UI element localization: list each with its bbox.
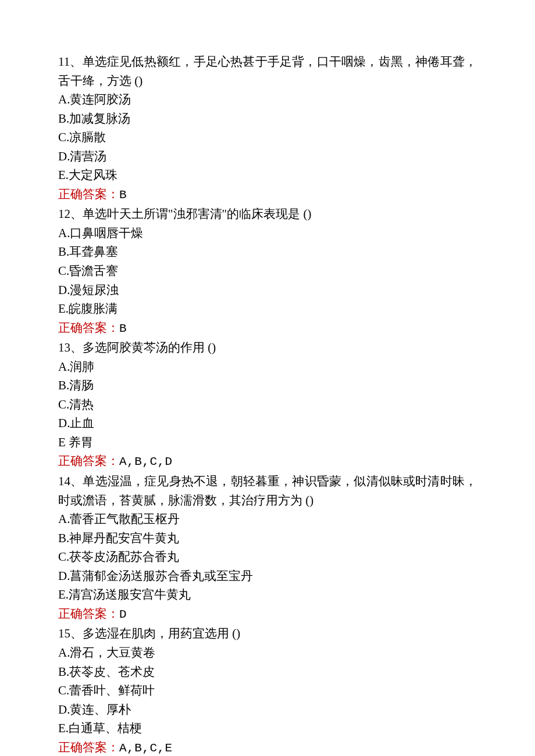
option-e: E.白通草、桔梗 <box>58 719 477 738</box>
question-stem: 15、多选湿在肌肉，用药宜选用 () <box>58 624 477 643</box>
question-stem: 13、多选阿胶黄芩汤的作用 () <box>58 338 477 357</box>
question-text: 阿胶黄芩汤的作用 () <box>107 341 216 354</box>
option-a: A.滑石，大豆黄卷 <box>58 643 477 662</box>
document-page: 11、单选症见低热额红，手足心热甚于手足背，口干咽燥，齿黑，神倦耳聋，舌干绛，方… <box>0 0 535 756</box>
option-a: A.润肺 <box>58 357 477 377</box>
question-block: 14、单选湿温，症见身热不退，朝轻暮重，神识昏蒙，似清似昧或时清时昧，时或澹语，… <box>58 472 477 624</box>
question-type: 单选 <box>83 55 107 69</box>
answer-value: D <box>119 608 127 621</box>
answer-line: 正确答案：D <box>58 604 477 625</box>
option-b: B.神犀丹配安宫牛黄丸 <box>58 529 477 548</box>
question-type: 多选 <box>83 341 107 354</box>
option-c: C.茯苓皮汤配苏合香丸 <box>58 547 477 567</box>
question-type: 多选 <box>83 626 107 640</box>
question-type: 单选 <box>83 207 107 221</box>
question-text: 叶天土所谓"浊邪害清"的临床表现是 () <box>107 207 311 221</box>
question-block: 11、单选症见低热额红，手足心热甚于手足背，口干咽燥，齿黑，神倦耳聋，舌干绛，方… <box>58 52 477 205</box>
question-stem: 11、单选症见低热额红，手足心热甚于手足背，口干咽燥，齿黑，神倦耳聋，舌干绛，方… <box>58 52 477 90</box>
option-e: E.大定风珠 <box>58 166 477 185</box>
option-a: A.黄连阿胶汤 <box>58 90 477 109</box>
answer-value: B <box>119 322 127 335</box>
answer-label: 正确答案： <box>58 454 119 468</box>
option-e: E.皖腹胀满 <box>58 299 477 318</box>
question-text: 湿温，症见身热不退，朝轻暮重，神识昏蒙，似清似昧或时清时昧，时或澹语，苔黄腻，脉… <box>58 474 477 507</box>
option-c: C.昏澹舌謇 <box>58 261 477 281</box>
option-d: D.黄连、厚朴 <box>58 700 477 719</box>
question-block: 13、多选阿胶黄芩汤的作用 () A.润肺 B.清肠 C.清热 D.止血 E 养… <box>58 338 477 472</box>
question-stem: 12、单选叶天土所谓"浊邪害清"的临床表现是 () <box>58 205 477 224</box>
question-number: 13 <box>58 341 70 354</box>
answer-line: 正确答案：A,B,C,D <box>58 452 477 472</box>
question-text: 症见低热额红，手足心热甚于手足背，口干咽燥，齿黑，神倦耳聋，舌干绛，方选 () <box>58 55 477 88</box>
option-c: C.蕾香叶、鲜荷叶 <box>58 681 477 700</box>
answer-value: B <box>119 188 127 202</box>
question-block: 15、多选湿在肌肉，用药宜选用 () A.滑石，大豆黄卷 B.茯苓皮、苍术皮 C… <box>58 624 477 756</box>
question-number: 11 <box>58 55 70 69</box>
option-d: D.清营汤 <box>58 147 477 166</box>
answer-value: A,B,C,D <box>119 455 173 468</box>
question-stem: 14、单选湿温，症见身热不退，朝轻暮重，神识昏蒙，似清似昧或时清时昧，时或澹语，… <box>58 472 477 510</box>
option-d: D.止血 <box>58 414 477 433</box>
option-b: B.耳聋鼻塞 <box>58 242 477 261</box>
option-c: C.清热 <box>58 395 477 414</box>
question-number: 14 <box>58 474 70 488</box>
answer-label: 正确答案： <box>58 321 119 335</box>
answer-label: 正确答案： <box>58 607 119 621</box>
question-number: 12 <box>58 207 70 221</box>
option-a: A.蕾香正气散配玉枢丹 <box>58 510 477 529</box>
option-b: B.清肠 <box>58 376 477 395</box>
option-a: A.口鼻咽唇干燥 <box>58 224 477 243</box>
option-d: D.漫短尿浊 <box>58 281 477 300</box>
answer-line: 正确答案：B <box>58 318 477 339</box>
question-number: 15 <box>58 626 70 640</box>
answer-label: 正确答案： <box>58 740 119 754</box>
option-b: B.茯苓皮、苍术皮 <box>58 662 477 682</box>
option-b: B.加减复脉汤 <box>58 109 477 128</box>
option-e: E 养胃 <box>58 433 477 452</box>
answer-line: 正确答案：B <box>58 185 477 205</box>
answer-label: 正确答案： <box>58 187 119 201</box>
question-type: 单选 <box>83 474 107 488</box>
question-block: 12、单选叶天土所谓"浊邪害清"的临床表现是 () A.口鼻咽唇干燥 B.耳聋鼻… <box>58 205 477 338</box>
option-d: D.菖蒲郁金汤送服苏合香丸或至宝丹 <box>58 567 477 586</box>
answer-value: A,B,C,E <box>119 741 173 755</box>
option-c: C.凉膈散 <box>58 128 477 147</box>
option-e: E.清宫汤送服安宫牛黄丸 <box>58 585 477 604</box>
question-text: 湿在肌肉，用药宜选用 () <box>107 626 240 640</box>
answer-line: 正确答案：A,B,C,E <box>58 738 477 756</box>
